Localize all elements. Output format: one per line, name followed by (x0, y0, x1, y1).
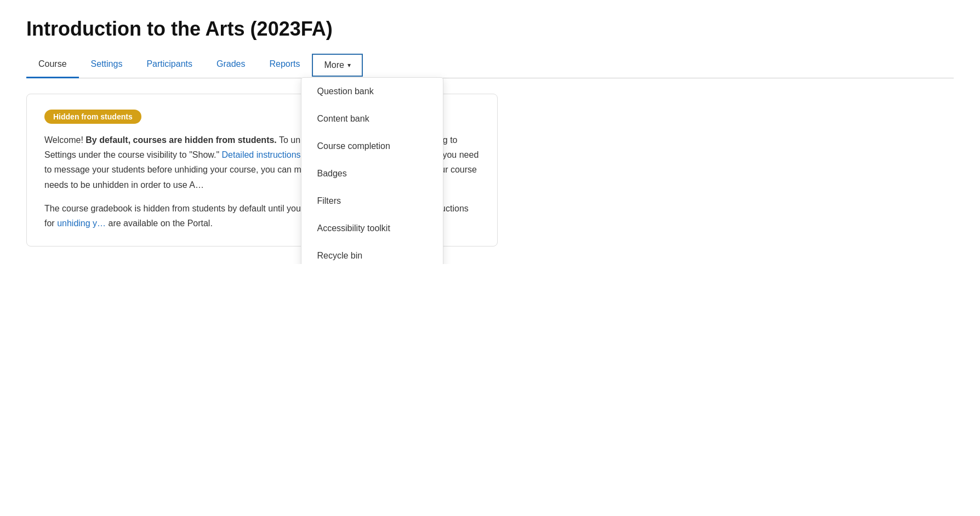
hidden-badge: Hidden from students (44, 110, 141, 124)
nav-tabs: Course Settings Participants Grades Repo… (26, 51, 954, 78)
detailed-instructions-link[interactable]: Detailed instructions (222, 150, 301, 159)
tab-course[interactable]: Course (26, 51, 79, 78)
tab-more[interactable]: More ▾ (312, 54, 362, 77)
chevron-down-icon: ▾ (347, 61, 351, 69)
unhiding-link[interactable]: unhiding y… (57, 219, 106, 228)
tab-participants[interactable]: Participants (134, 51, 204, 78)
dropdown-item-recycle-bin[interactable]: Recycle bin (301, 242, 443, 265)
tab-settings[interactable]: Settings (79, 51, 135, 78)
dropdown-item-content-bank[interactable]: Content bank (301, 105, 443, 133)
more-dropdown-container: More ▾ Question bank Content bank Course… (312, 54, 362, 76)
dropdown-item-badges[interactable]: Badges (301, 160, 443, 187)
content-area: Hidden from students Welcome! By default… (26, 94, 954, 246)
page-title: Introduction to the Arts (2023FA) (26, 18, 954, 41)
dropdown-item-filters[interactable]: Filters (301, 187, 443, 215)
dropdown-item-accessibility-toolkit[interactable]: Accessibility toolkit (301, 215, 443, 242)
more-dropdown-menu: Question bank Content bank Course comple… (301, 77, 443, 265)
dropdown-item-course-completion[interactable]: Course completion (301, 133, 443, 160)
dropdown-item-question-bank[interactable]: Question bank (301, 78, 443, 105)
tab-grades[interactable]: Grades (204, 51, 257, 78)
tab-reports[interactable]: Reports (257, 51, 312, 78)
